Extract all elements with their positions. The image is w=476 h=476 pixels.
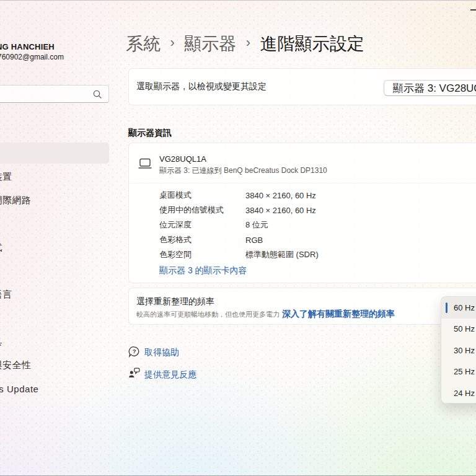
- sidebar-nav: 系統 藍牙與裝置 網路和網際網路 個人化 應用程式 帳戶 時間與語言 遊戲 協助…: [0, 143, 109, 402]
- detail-row-desktop-mode: 桌面模式3840 × 2160, 60 Hz: [159, 188, 319, 203]
- refresh-rate-title: 選擇重新整理的頻率: [136, 296, 214, 307]
- minimize-button[interactable]: [470, 9, 476, 11]
- sidebar-item-accounts[interactable]: 帳戶: [0, 260, 109, 281]
- window-top-border: [0, 0, 476, 1]
- breadcrumb-separator-icon-2: ›: [246, 35, 250, 51]
- display-adapter-link[interactable]: 顯示器 3 的顯示卡內容: [159, 265, 247, 276]
- account-email: 760902@gmail.com: [0, 53, 64, 61]
- detail-row-signal-mode: 使用中的信號模式3840 × 2160, 60 Hz: [159, 203, 319, 218]
- sidebar-item-bluetooth-devices[interactable]: 藍牙與裝置: [0, 166, 109, 187]
- refresh-rate-dropdown-menu: 60 Hz 50 Hz 30 Hz 25 Hz 24 Hz: [441, 296, 476, 403]
- card-divider: [129, 183, 476, 183]
- refresh-option-25hz[interactable]: 25 Hz: [441, 361, 476, 383]
- detail-row-color-format: 色彩格式RGB: [159, 232, 319, 247]
- get-help-icon: ?: [128, 346, 140, 358]
- feedback-icon: [128, 367, 140, 379]
- account-name: NG HANCHIEH: [0, 42, 55, 51]
- feedback-link[interactable]: 提供意見反應: [144, 369, 196, 381]
- display-select-dropdown[interactable]: 顯示器 3: VG28UQL1A: [384, 80, 476, 96]
- sidebar-item-personalization[interactable]: 個人化: [0, 213, 109, 234]
- select-display-card: 選取顯示器，以檢視或變更其設定 顯示器 3: VG28UQL1A: [128, 68, 476, 105]
- breadcrumb-system[interactable]: 系統: [126, 32, 161, 56]
- sidebar-item-apps[interactable]: 應用程式: [0, 237, 109, 258]
- display-detail-rows: 桌面模式3840 × 2160, 60 Hz 使用中的信號模式3840 × 21…: [159, 188, 319, 262]
- breadcrumb-separator-icon: ›: [170, 35, 175, 51]
- sidebar-item-privacy-security[interactable]: 隱私權與安全性: [0, 355, 109, 376]
- refresh-option-24hz[interactable]: 24 Hz: [441, 382, 476, 403]
- svg-text:?: ?: [133, 348, 136, 355]
- page-title: 進階顯示設定: [260, 32, 364, 56]
- refresh-option-50hz[interactable]: 50 Hz: [441, 319, 476, 340]
- sidebar-item-gaming[interactable]: 遊戲: [0, 307, 109, 328]
- detail-row-bit-depth: 位元深度8 位元: [159, 218, 319, 232]
- refresh-rate-description: 較高的速率可更順暢地移動，但也使用更多電力深入了解有關重新整理的頻率: [136, 309, 395, 320]
- sidebar-item-windows-update[interactable]: Windows Update: [0, 378, 109, 399]
- selected-accent-bar: [446, 302, 447, 313]
- refresh-option-30hz[interactable]: 30 Hz: [441, 340, 476, 361]
- display-info-card: VG28UQL1A 顯示器 3: 已連線到 BenQ beCreatus Doc…: [128, 143, 476, 283]
- search-input[interactable]: [0, 85, 109, 103]
- monitor-status: 顯示器 3: 已連線到 BenQ beCreatus Dock DP1310: [159, 165, 327, 176]
- refresh-option-60hz[interactable]: 60 Hz: [441, 297, 476, 319]
- detail-row-color-space: 色彩空間標準動態範圍 (SDR): [159, 247, 319, 262]
- monitor-icon: [138, 158, 152, 169]
- monitor-name: VG28UQL1A: [159, 154, 206, 164]
- section-title-display-info: 顯示器資訊: [128, 128, 172, 139]
- sidebar-item-network-internet[interactable]: 網路和網際網路: [0, 190, 109, 211]
- sidebar-item-system[interactable]: 系統: [0, 143, 109, 164]
- breadcrumb: 系統 › 顯示器 › 進階顯示設定: [126, 32, 364, 56]
- select-display-label: 選取顯示器，以檢視或變更其設定: [136, 69, 267, 105]
- search-icon: [93, 90, 102, 99]
- breadcrumb-display[interactable]: 顯示器: [184, 32, 236, 56]
- get-help-link[interactable]: 取得協助: [144, 347, 179, 358]
- sidebar-item-accessibility[interactable]: 協助工具: [0, 331, 109, 352]
- sidebar-item-time-language[interactable]: 時間與語言: [0, 284, 109, 305]
- refresh-rate-card: 選擇重新整理的頻率 較高的速率可更順暢地移動，但也使用更多電力深入了解有關重新整…: [128, 288, 476, 325]
- learn-more-link[interactable]: 深入了解有關重新整理的頻率: [282, 309, 395, 319]
- settings-window: NG HANCHIEH 760902@gmail.com 系統 藍牙與裝置 網路…: [0, 0, 476, 476]
